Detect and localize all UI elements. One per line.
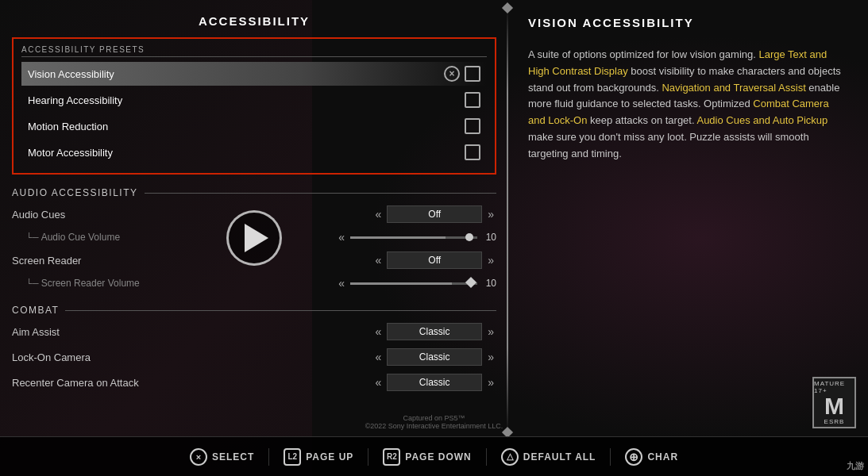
esrb-label: ESRB bbox=[824, 418, 845, 425]
audio-cues-value: Off bbox=[387, 205, 482, 223]
recenter-camera-label: Recenter Camera on Attack bbox=[12, 377, 372, 389]
combat-divider-line bbox=[65, 310, 496, 311]
square-icon-motor bbox=[465, 144, 480, 160]
aim-assist-row: Aim Assist « Classic » bbox=[12, 319, 496, 344]
screen-reader-volume-left-arrow[interactable]: « bbox=[336, 277, 347, 290]
slider-thumb bbox=[465, 233, 473, 241]
preset-item-motor-label: Motor Accessibility bbox=[28, 147, 113, 159]
recenter-camera-row: Recenter Camera on Attack « Classic » bbox=[12, 370, 496, 395]
slider-fill bbox=[350, 236, 446, 239]
main-container: ACCESSIBILITY ACCESSIBILITY PRESETS Visi… bbox=[0, 0, 868, 476]
x-button-icon: × bbox=[190, 448, 207, 466]
square-icon-motion bbox=[465, 118, 480, 134]
vertical-divider bbox=[507, 8, 508, 432]
info-description: A suite of options optimized for low vis… bbox=[528, 47, 848, 163]
lock-on-camera-right-arrow[interactable]: » bbox=[485, 351, 496, 363]
info-text-1: A suite of options optimized for low vis… bbox=[528, 48, 758, 60]
presets-section-label: ACCESSIBILITY PRESETS bbox=[21, 45, 487, 57]
preset-item-vision-icons: × bbox=[444, 66, 480, 82]
page-up-button[interactable]: L2 PAGE UP bbox=[269, 448, 368, 466]
default-all-label: DEFAULT ALL bbox=[523, 451, 596, 463]
preset-item-motor[interactable]: Motor Accessibility bbox=[21, 140, 487, 164]
audio-cue-volume-label: Audio Cue Volume bbox=[12, 232, 336, 243]
combat-section-label: COMBAT bbox=[12, 305, 59, 316]
audio-cues-value-box: « Off » bbox=[372, 205, 496, 223]
audio-cue-volume-value-box: « 10 bbox=[336, 231, 496, 244]
screen-reader-value-box: « Off » bbox=[372, 251, 496, 269]
audio-divider: AUDIO ACCESSIBILITY bbox=[12, 187, 496, 198]
preset-item-motion[interactable]: Motion Reduction bbox=[21, 114, 487, 138]
recenter-camera-right-arrow[interactable]: » bbox=[485, 376, 496, 389]
select-label: SELECT bbox=[212, 451, 254, 463]
preset-item-motion-label: Motion Reduction bbox=[28, 121, 108, 132]
esrb-m-label: M bbox=[824, 394, 844, 418]
esrb-badge: MATURE 17+ M ESRB bbox=[812, 377, 856, 428]
combat-section: COMBAT Aim Assist « Classic » Lock-On Ca… bbox=[12, 300, 496, 395]
audio-divider-line bbox=[145, 193, 496, 194]
lock-on-camera-value: Classic bbox=[387, 348, 482, 366]
preset-item-vision[interactable]: Vision Accessibility × bbox=[21, 62, 487, 86]
default-all-button[interactable]: △ DEFAULT ALL bbox=[487, 448, 611, 466]
screen-reader-volume-value-box: « 10 bbox=[336, 277, 496, 290]
info-title: VISION ACCESSIBILITY bbox=[528, 16, 848, 29]
audio-section-label: AUDIO ACCESSIBILITY bbox=[12, 187, 138, 198]
square-icon bbox=[465, 66, 480, 82]
screen-reader-volume-row: Screen Reader Volume « 10 bbox=[12, 273, 496, 294]
info-text-5: make sure you don't miss any loot. Puzzl… bbox=[528, 131, 809, 159]
aim-assist-left-arrow[interactable]: « bbox=[372, 325, 384, 338]
sr-slider-track bbox=[350, 282, 477, 285]
page-title: ACCESSIBILITY bbox=[12, 10, 496, 33]
preset-item-motor-icons bbox=[465, 144, 480, 160]
play-triangle-icon bbox=[245, 224, 268, 252]
screen-reader-volume-label: Screen Reader Volume bbox=[12, 278, 336, 289]
audio-cues-right-arrow[interactable]: » bbox=[485, 208, 496, 221]
presets-box: ACCESSIBILITY PRESETS Vision Accessibili… bbox=[12, 37, 496, 175]
select-button[interactable]: × SELECT bbox=[176, 448, 269, 466]
preset-item-motion-icons bbox=[465, 118, 480, 134]
screen-reader-volume-slider[interactable] bbox=[350, 282, 477, 285]
triangle-button-icon: △ bbox=[501, 448, 519, 466]
info-text-4: keep attacks on target. bbox=[587, 114, 696, 126]
bottom-bar: × SELECT L2 PAGE UP R2 PAGE DOWN △ DEFAU… bbox=[0, 436, 868, 476]
page-down-label: PAGE DOWN bbox=[405, 451, 471, 463]
page-down-button[interactable]: R2 PAGE DOWN bbox=[368, 448, 486, 466]
sr-slider-diamond bbox=[465, 276, 476, 287]
l2-button-icon: L2 bbox=[284, 448, 301, 466]
square-icon-hearing bbox=[465, 92, 480, 108]
preset-item-hearing[interactable]: Hearing Accessibility bbox=[21, 88, 487, 112]
screen-reader-left-arrow[interactable]: « bbox=[372, 254, 384, 267]
play-button[interactable] bbox=[226, 210, 282, 266]
screen-reader-value: Off bbox=[387, 251, 482, 269]
audio-cue-volume-value: 10 bbox=[480, 232, 496, 243]
audio-cues-left-arrow[interactable]: « bbox=[372, 208, 384, 221]
lock-on-camera-value-box: « Classic » bbox=[372, 348, 496, 366]
audio-cues-label: Audio Cues bbox=[12, 209, 372, 221]
preset-item-vision-label: Vision Accessibility bbox=[28, 68, 114, 80]
audio-cue-volume-left-arrow[interactable]: « bbox=[336, 231, 347, 244]
page-up-label: PAGE UP bbox=[306, 451, 353, 463]
preset-item-hearing-icons bbox=[465, 92, 480, 108]
recenter-camera-left-arrow[interactable]: « bbox=[372, 376, 384, 389]
slider-track bbox=[350, 236, 477, 239]
aim-assist-value: Classic bbox=[387, 323, 482, 340]
aim-assist-right-arrow[interactable]: » bbox=[485, 325, 496, 338]
recenter-camera-value: Classic bbox=[387, 374, 482, 391]
recenter-camera-value-box: « Classic » bbox=[372, 374, 496, 391]
globe-button-icon: ⊕ bbox=[625, 448, 642, 466]
sr-slider-fill bbox=[350, 282, 452, 285]
x-icon: × bbox=[444, 66, 460, 82]
info-highlight-2: Navigation and Traversal Assist bbox=[662, 82, 805, 94]
lock-on-camera-left-arrow[interactable]: « bbox=[372, 351, 384, 363]
aim-assist-value-box: « Classic » bbox=[372, 323, 496, 340]
r2-button-icon: R2 bbox=[383, 448, 400, 466]
char-label: CHAR bbox=[647, 451, 678, 463]
preset-item-hearing-label: Hearing Accessibility bbox=[28, 94, 122, 106]
watermark: 九游 bbox=[847, 460, 864, 472]
combat-divider: COMBAT bbox=[12, 305, 496, 316]
char-button[interactable]: ⊕ CHAR bbox=[611, 448, 692, 466]
screen-reader-label: Screen Reader bbox=[12, 255, 372, 267]
aim-assist-label: Aim Assist bbox=[12, 326, 372, 338]
screen-reader-right-arrow[interactable]: » bbox=[485, 254, 496, 267]
audio-cue-volume-slider[interactable] bbox=[350, 236, 477, 239]
info-highlight-4: Audio Cues and Auto Pickup bbox=[696, 114, 827, 126]
